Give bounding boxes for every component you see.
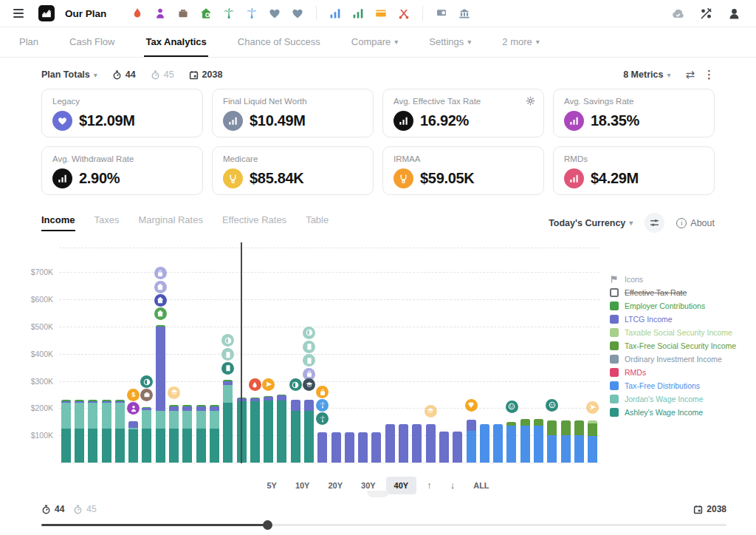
range-button-all[interactable]: ALL <box>465 477 497 494</box>
about-button[interactable]: i About <box>676 218 715 228</box>
chart-icon[interactable] <box>349 4 367 22</box>
legend-item-icons[interactable]: Icons <box>610 274 736 284</box>
milestone-pie-icon[interactable] <box>303 327 315 339</box>
app-logo-chart-icon[interactable] <box>38 5 55 21</box>
scissors-icon[interactable] <box>395 4 413 22</box>
bar-year-2036[interactable] <box>207 248 221 463</box>
bar-year-2061[interactable] <box>546 248 559 463</box>
bar-year-2055[interactable] <box>464 248 478 463</box>
bank-plus-icon[interactable] <box>456 4 473 22</box>
tab-plan[interactable]: Plan <box>18 27 40 57</box>
cloud-sync-icon[interactable] <box>669 4 687 22</box>
metric-card-rmds[interactable]: RMDs$4.29M <box>553 146 715 195</box>
legend-item-jordan-s-wage-income[interactable]: Jordan's Wage Income <box>610 394 736 403</box>
range-button-10y[interactable]: 10Y <box>287 477 318 494</box>
heart-pulse-icon[interactable] <box>266 4 284 22</box>
legend-item-taxable-social-security-income[interactable]: Taxable Social Security Income <box>610 327 736 337</box>
palm-tree-icon[interactable] <box>243 4 261 22</box>
kebab-menu-icon[interactable]: ⋮ <box>704 68 715 81</box>
milestone-palm-icon[interactable] <box>316 399 329 412</box>
tab-chance-of-success[interactable]: Chance of Success <box>236 27 322 57</box>
flame-icon[interactable] <box>128 4 146 22</box>
bar-year-2047[interactable] <box>357 248 370 463</box>
legend-item-effective-tax-rate[interactable]: Effective Tax Rate <box>610 287 736 297</box>
bar-year-2039[interactable] <box>248 248 261 463</box>
bar-year-2058[interactable] <box>505 248 518 463</box>
drag-handle[interactable] <box>367 491 389 497</box>
bar-year-2054[interactable] <box>451 248 464 463</box>
swap-metrics-button[interactable]: ⇄ <box>685 68 695 81</box>
legend-item-tax-free-distributions[interactable]: Tax-Free Distributions <box>610 381 736 390</box>
scroll-down-button[interactable]: ↓ <box>442 475 464 495</box>
person-icon[interactable] <box>151 4 169 22</box>
heart-pulse-icon[interactable] <box>289 4 306 22</box>
metric-card-avg-withdrawal-rate[interactable]: Avg. Withdrawal Rate2.90% <box>41 146 203 195</box>
chart-tab-effective-rates[interactable]: Effective Rates <box>222 214 286 231</box>
bar-year-2027[interactable] <box>86 248 100 463</box>
badge-icon[interactable] <box>433 4 450 22</box>
milestone-gem-icon[interactable] <box>465 399 478 412</box>
age-primary-indicator[interactable]: 44 <box>112 69 136 80</box>
bar-year-2062[interactable] <box>559 248 572 463</box>
range-button-5y[interactable]: 5Y <box>258 477 284 494</box>
chart-icon[interactable] <box>326 4 344 22</box>
chart-filter-icon[interactable] <box>645 213 664 233</box>
timeline-slider[interactable] <box>41 524 726 526</box>
milestone-plane-icon[interactable] <box>262 378 275 391</box>
metrics-dropdown[interactable]: 8 Metrics ▾ <box>623 69 670 80</box>
milestone-house-icon[interactable] <box>154 294 167 307</box>
milestone-face-icon[interactable] <box>506 401 518 413</box>
legend-item-rmds[interactable]: RMDs <box>610 367 736 377</box>
bar-year-2035[interactable] <box>194 248 207 463</box>
tab-cash-flow[interactable]: Cash Flow <box>68 27 116 57</box>
briefcase-icon[interactable] <box>174 4 192 22</box>
milestone-building-icon[interactable] <box>303 341 315 353</box>
tab-settings[interactable]: Settings▾ <box>427 27 472 57</box>
bar-year-2060[interactable] <box>532 248 545 463</box>
bar-year-2045[interactable] <box>329 248 343 463</box>
chart-tab-table[interactable]: Table <box>306 214 329 231</box>
range-button-20y[interactable]: 20Y <box>320 477 351 494</box>
account-icon[interactable] <box>725 4 743 22</box>
bar-year-2057[interactable] <box>492 248 505 463</box>
bar-year-2048[interactable] <box>370 248 383 463</box>
tab-2-more[interactable]: 2 more▾ <box>501 27 541 57</box>
bar-year-2053[interactable] <box>437 248 450 463</box>
gear-icon[interactable] <box>526 96 535 106</box>
milestone-building-icon[interactable] <box>221 362 234 375</box>
bar-year-2040[interactable] <box>261 248 275 463</box>
bar-year-2028[interactable] <box>100 248 113 463</box>
bar-year-2056[interactable] <box>478 248 491 463</box>
milestone-grad-icon[interactable] <box>425 405 437 418</box>
legend-item-tax-free-social-security-income[interactable]: Tax-Free Social Security Income <box>610 341 736 350</box>
bar-year-2064[interactable] <box>586 248 599 463</box>
bar-year-2063[interactable] <box>572 248 585 463</box>
chart-tab-marginal-rates[interactable]: Marginal Rates <box>138 214 202 231</box>
bar-year-2042[interactable] <box>289 248 302 463</box>
metric-card-irmaa[interactable]: IRMAA$59.05K <box>382 146 544 195</box>
bar-year-2030[interactable] <box>126 248 140 463</box>
chart-tab-taxes[interactable]: Taxes <box>94 214 120 231</box>
chart-tab-income[interactable]: Income <box>41 214 75 231</box>
percent-toggle-icon[interactable] <box>697 4 715 22</box>
legend-item-employer-contributions[interactable]: Employer Contributions <box>610 301 736 310</box>
bar-year-2034[interactable] <box>181 248 194 463</box>
plan-totals-dropdown[interactable]: Plan Totals ▾ <box>41 69 97 80</box>
bar-year-2026[interactable] <box>72 248 86 463</box>
metric-card-legacy[interactable]: Legacy$12.09M <box>41 89 203 137</box>
scroll-up-button[interactable]: ↑ <box>419 475 440 495</box>
legend-item-ashley-s-wage-income[interactable]: Ashley's Wage Income <box>610 407 736 417</box>
bar-year-2031[interactable] <box>140 248 154 463</box>
range-button-40y[interactable]: 40Y <box>386 477 417 494</box>
menu-icon[interactable] <box>9 4 28 23</box>
milestone-grad-icon[interactable] <box>168 386 180 399</box>
bar-year-2033[interactable] <box>167 248 180 463</box>
milestone-plane-icon[interactable] <box>586 401 599 414</box>
bar-year-2051[interactable] <box>410 248 424 463</box>
bar-year-2049[interactable] <box>383 248 396 463</box>
house-search-icon[interactable] <box>197 4 215 22</box>
slider-handle[interactable] <box>263 520 272 530</box>
legend-item-ltcg-income[interactable]: LTCG Income <box>610 314 736 324</box>
legend-item-ordinary-investment-income[interactable]: Ordinary Investment Income <box>610 354 736 364</box>
bar-year-2025[interactable] <box>59 248 72 463</box>
